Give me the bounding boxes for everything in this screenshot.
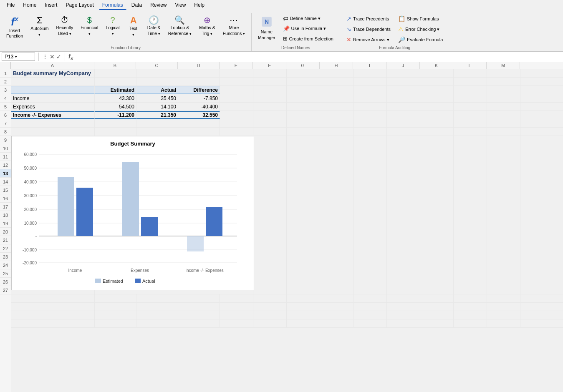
cell-g3[interactable] xyxy=(287,86,320,94)
cell-k2[interactable] xyxy=(420,78,454,85)
cell-e5[interactable] xyxy=(220,103,253,111)
cell-d25[interactable] xyxy=(178,303,220,311)
cell-g-chart[interactable] xyxy=(287,136,320,294)
cell-i24[interactable] xyxy=(353,294,387,302)
cell-j25[interactable] xyxy=(387,303,420,311)
trace-dependents-button[interactable]: ↘ Trace Dependents xyxy=(343,24,394,34)
maths-trig-button[interactable]: ⊕ Maths &Trig ▾ xyxy=(196,14,218,38)
cell-i27[interactable] xyxy=(353,319,387,327)
row-header-16[interactable]: 16 xyxy=(0,194,11,203)
cell-i3[interactable] xyxy=(353,86,387,94)
cell-l27[interactable] xyxy=(454,319,487,327)
name-manager-button[interactable]: N NameManager xyxy=(255,14,278,43)
row-header-10[interactable]: 10 xyxy=(0,144,11,153)
cell-i26[interactable] xyxy=(353,311,387,319)
cell-m27[interactable] xyxy=(487,319,520,327)
cell-h3[interactable] xyxy=(320,86,353,94)
col-header-k[interactable]: K xyxy=(420,62,453,69)
cell-g7[interactable] xyxy=(287,119,320,127)
col-header-j[interactable]: J xyxy=(386,62,420,69)
autosum-button[interactable]: Σ AutoSum▾ xyxy=(28,14,51,39)
cell-i-chart[interactable] xyxy=(353,136,387,294)
col-header-b[interactable]: B xyxy=(94,62,136,69)
insert-function-button[interactable]: fx Insert Function xyxy=(3,14,26,41)
cell-g5[interactable] xyxy=(287,103,320,111)
header-difference-cell[interactable]: Difference xyxy=(178,86,220,94)
income-label-cell[interactable]: Income xyxy=(11,94,95,102)
cell-l4[interactable] xyxy=(454,94,487,102)
cell-b27[interactable] xyxy=(95,319,136,327)
cell-j-chart[interactable] xyxy=(387,136,420,294)
row-header-7[interactable]: 7 xyxy=(0,119,11,128)
total-actual-cell[interactable]: 21.350 xyxy=(136,111,178,119)
cell-i2[interactable] xyxy=(353,78,387,85)
cell-e2[interactable] xyxy=(220,78,253,85)
cell-j1[interactable] xyxy=(387,69,420,77)
cell-b2[interactable] xyxy=(95,78,136,85)
cell-c25[interactable] xyxy=(136,303,178,311)
col-header-h[interactable]: H xyxy=(320,62,353,69)
menu-view[interactable]: View xyxy=(172,1,189,10)
cell-h24[interactable] xyxy=(320,294,353,302)
text-button[interactable]: A Text▾ xyxy=(124,14,143,39)
menu-home[interactable]: Home xyxy=(20,1,40,10)
cell-k24[interactable] xyxy=(420,294,454,302)
row-header-11[interactable]: 11 xyxy=(0,153,11,161)
cell-b24[interactable] xyxy=(95,294,136,302)
cell-m3[interactable] xyxy=(487,86,520,94)
cell-c24[interactable] xyxy=(136,294,178,302)
cell-f6[interactable] xyxy=(253,111,287,119)
cell-k7[interactable] xyxy=(420,119,454,127)
header-actual-cell[interactable]: Actual xyxy=(136,86,178,94)
cell-m25[interactable] xyxy=(487,303,520,311)
cell-e6[interactable] xyxy=(220,111,253,119)
cell-d8[interactable] xyxy=(178,128,220,136)
cell-e8[interactable] xyxy=(220,128,253,136)
row-header-4[interactable]: 4 xyxy=(0,94,11,103)
cell-a25[interactable] xyxy=(11,303,95,311)
cell-f2[interactable] xyxy=(253,78,287,85)
row-header-6[interactable]: 6 xyxy=(0,111,11,119)
row-header-26[interactable]: 26 xyxy=(0,278,11,286)
cell-e-chart[interactable] xyxy=(220,136,253,294)
cell-k3[interactable] xyxy=(420,86,454,94)
cell-j26[interactable] xyxy=(387,311,420,319)
cell-i5[interactable] xyxy=(353,103,387,111)
cell-g25[interactable] xyxy=(287,303,320,311)
cell-f-chart[interactable] xyxy=(253,136,287,294)
cell-c26[interactable] xyxy=(136,311,178,319)
formula-bar-confirm-icon[interactable]: ✓ xyxy=(56,53,61,60)
row-header-9[interactable]: 9 xyxy=(0,136,11,144)
cell-i25[interactable] xyxy=(353,303,387,311)
cell-l24[interactable] xyxy=(454,294,487,302)
cell-f7[interactable] xyxy=(253,119,287,127)
cell-k6[interactable] xyxy=(420,111,454,119)
cell-k27[interactable] xyxy=(420,319,454,327)
menu-help[interactable]: Help xyxy=(191,1,208,10)
cell-j8[interactable] xyxy=(387,128,420,136)
cell-k5[interactable] xyxy=(420,103,454,111)
row-header-3[interactable]: 3 xyxy=(0,86,11,94)
cell-g1[interactable] xyxy=(287,69,320,77)
cell-reference-box[interactable]: P13 ▾ xyxy=(2,53,35,61)
cell-c2[interactable] xyxy=(136,78,178,85)
cell-h4[interactable] xyxy=(320,94,353,102)
date-time-button[interactable]: 🕐 Date &Time ▾ xyxy=(144,14,164,38)
cell-l6[interactable] xyxy=(454,111,487,119)
cell-e24[interactable] xyxy=(220,294,253,302)
cell-i6[interactable] xyxy=(353,111,387,119)
cell-e3[interactable] xyxy=(220,86,253,94)
formula-bar-more-icon[interactable]: ⋮ xyxy=(42,53,48,60)
cell-j2[interactable] xyxy=(387,78,420,85)
cell-b7[interactable] xyxy=(95,119,136,127)
cell-m2[interactable] xyxy=(487,78,520,85)
menu-review[interactable]: Review xyxy=(147,1,170,10)
menu-insert[interactable]: Insert xyxy=(41,1,61,10)
cell-g27[interactable] xyxy=(287,319,320,327)
cell-g8[interactable] xyxy=(287,128,320,136)
cell-e27[interactable] xyxy=(220,319,253,327)
income-estimated-cell[interactable]: 43.300 xyxy=(95,94,136,102)
cell-k1[interactable] xyxy=(420,69,454,77)
cell-h1[interactable] xyxy=(320,69,353,77)
cell-f27[interactable] xyxy=(253,319,287,327)
